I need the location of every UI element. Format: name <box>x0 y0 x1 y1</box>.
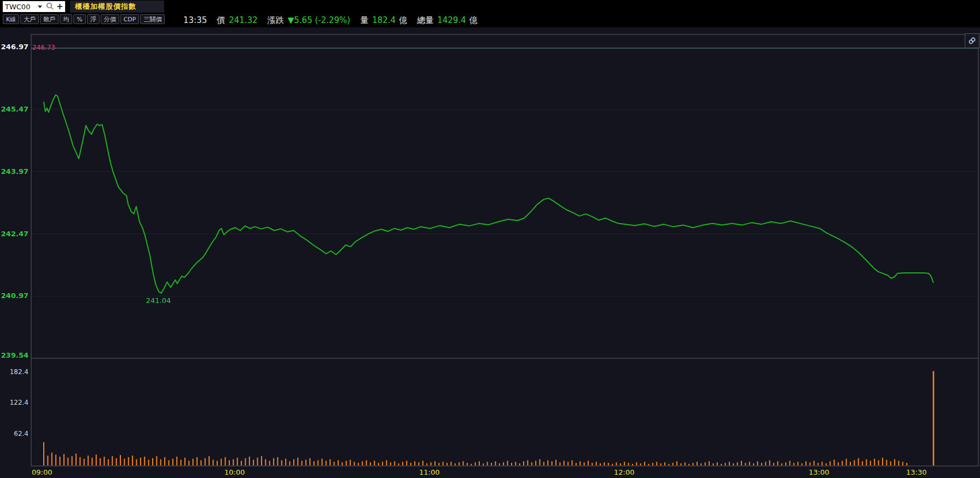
volume-bar <box>277 457 278 465</box>
volume-bar <box>402 462 403 465</box>
volume-bar <box>712 463 714 465</box>
volume-bar <box>672 463 674 465</box>
volume-bar <box>72 456 73 465</box>
volume-bar <box>462 461 463 465</box>
price-line <box>44 95 933 293</box>
volume-bar <box>507 460 508 465</box>
volume-bar <box>688 464 689 465</box>
volume-bar <box>547 460 548 465</box>
volume-bar <box>217 460 218 465</box>
volume-bar <box>838 462 839 465</box>
volume-bar <box>491 463 492 465</box>
toolbar-button-2[interactable]: 大戶 <box>20 14 39 24</box>
volume-bar <box>789 460 790 465</box>
toolbar-button-9[interactable]: 三關價 <box>140 14 165 24</box>
volume-bar <box>374 460 375 465</box>
volume-bar <box>309 458 310 465</box>
volume-bar <box>406 460 407 465</box>
link-button[interactable] <box>965 33 979 48</box>
volume-bar <box>596 462 597 465</box>
volume-bar <box>245 458 246 465</box>
volume-bar <box>446 463 448 465</box>
volume-bar <box>362 461 363 465</box>
volume-bar <box>394 461 395 465</box>
volume-bar <box>902 462 903 465</box>
volume-bar <box>648 464 650 465</box>
search-icon[interactable] <box>46 2 54 12</box>
volume-bar <box>535 460 536 465</box>
trading-app-window: + 櫃檯加權股價指數 K線大戶散戶均%浮分價CDP三關價 13:35 價 241… <box>0 0 980 478</box>
volume-bar <box>628 463 629 465</box>
intraday-chart[interactable] <box>0 27 980 478</box>
volume-bar <box>100 458 101 465</box>
volume-bar <box>697 462 698 465</box>
volume-bar <box>67 458 68 465</box>
volume-bar <box>329 459 330 465</box>
volume-bar <box>592 463 593 465</box>
time-tick-09:00: 09:00 <box>32 468 52 476</box>
volume-bar <box>88 456 89 465</box>
status-bar: 13:35 價 241.32 漲跌 ▼5.65 (-2.29%) 量 182.4… <box>183 14 478 27</box>
volume-bar <box>624 462 625 465</box>
volume-bar <box>874 459 875 465</box>
volume-bar <box>821 462 822 465</box>
volume-bar <box>588 460 589 465</box>
toolbar-button-5[interactable]: % <box>73 14 85 24</box>
volume-bar <box>326 460 327 465</box>
volume-bar <box>184 458 185 465</box>
volume-bar <box>834 460 835 465</box>
volume-bar <box>205 458 206 465</box>
tab-index-name[interactable]: 櫃檯加權股價指數 <box>70 1 164 13</box>
volume-bar <box>128 457 129 465</box>
volume-bar <box>450 462 451 465</box>
volume-bar <box>693 463 694 465</box>
link-icon <box>967 36 977 45</box>
volume-bar <box>459 462 460 465</box>
volume-bar <box>79 457 80 465</box>
volume-bar <box>241 460 242 465</box>
volume-unit: 億 <box>399 15 407 26</box>
volume-bar <box>225 457 226 465</box>
top-bar: + 櫃檯加權股價指數 <box>0 0 980 13</box>
toolbar-button-3[interactable]: 散戶 <box>40 14 59 24</box>
toolbar-button-7[interactable]: 分價 <box>101 14 119 24</box>
volume-bar <box>358 463 359 465</box>
volume-bar <box>116 458 117 465</box>
symbol-search-box[interactable]: + <box>3 1 65 12</box>
volume-bar <box>418 462 419 465</box>
time-tick-11:00: 11:00 <box>419 468 439 476</box>
volume-bar <box>483 463 484 465</box>
volume-bar <box>334 462 335 465</box>
change-label: 漲跌 <box>268 15 284 26</box>
volume-bar <box>370 462 371 465</box>
toolbar-button-4[interactable]: 均 <box>60 14 72 24</box>
symbol-dropdown-icon[interactable] <box>38 5 42 8</box>
volume-bar <box>398 463 399 465</box>
volume-bar <box>84 459 85 465</box>
volume-bar <box>894 459 895 465</box>
price-tick-240.97: 240.97 <box>0 292 28 300</box>
volume-bar <box>898 460 899 465</box>
volume-bar <box>906 463 907 465</box>
volume-bar <box>338 460 339 465</box>
volume-bar <box>136 459 137 465</box>
volume-tick-62.4: 62.4 <box>0 430 28 438</box>
volume-bar <box>817 463 819 465</box>
volume-bar <box>882 458 883 465</box>
volume-bar <box>249 457 250 465</box>
volume-bar <box>168 460 169 465</box>
toolbar-button-1[interactable]: K線 <box>3 14 19 24</box>
volume-bar <box>438 463 439 465</box>
toolbar-button-8[interactable]: CDP <box>120 14 140 24</box>
volume-bar <box>632 464 633 465</box>
symbol-input[interactable] <box>5 3 33 11</box>
volume-bar <box>761 463 762 465</box>
add-symbol-button[interactable]: + <box>56 3 63 11</box>
toolbar-button-6[interactable]: 浮 <box>87 14 100 24</box>
price-label: 價 <box>217 15 225 26</box>
volume-bar <box>261 456 262 465</box>
volume-bar <box>773 463 774 465</box>
volume-bar <box>120 455 121 465</box>
chart-mode-buttons: K線大戶散戶均%浮分價CDP三關價 <box>3 14 165 24</box>
time-tick-13:00: 13:00 <box>809 468 829 476</box>
